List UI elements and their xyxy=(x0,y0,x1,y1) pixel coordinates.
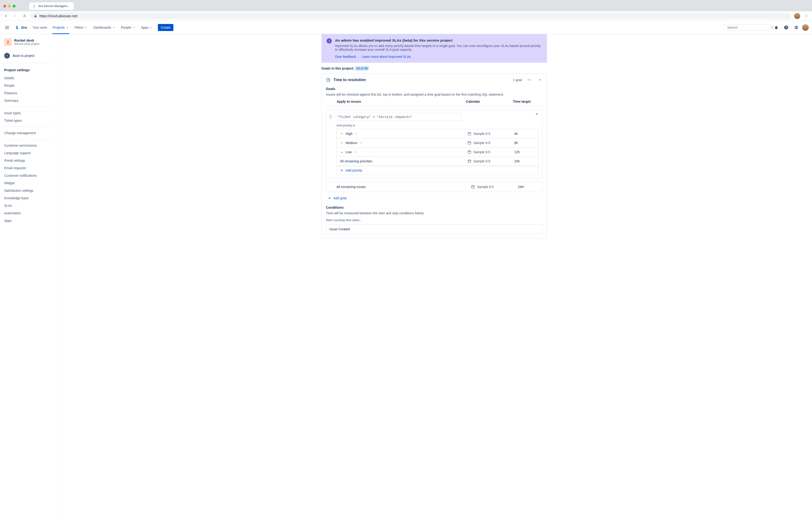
time-target[interactable]: 24H xyxy=(518,185,539,189)
priority-select[interactable]: High xyxy=(340,132,467,136)
time-target[interactable]: 4h xyxy=(514,132,535,136)
help-icon[interactable]: ? xyxy=(782,24,790,31)
notifications-icon[interactable] xyxy=(772,24,780,31)
search-input[interactable]: / xyxy=(723,24,770,31)
forward-icon xyxy=(12,13,18,19)
nav-projects[interactable]: Projects xyxy=(50,21,71,34)
col-apply-label: Apply to issues xyxy=(337,100,466,103)
collapse-icon[interactable] xyxy=(537,77,542,83)
window-close-icon[interactable] xyxy=(3,5,6,7)
svg-rect-5 xyxy=(8,26,9,27)
sidebar-group-2: Issue types Ticket types xyxy=(2,109,54,124)
priority-select[interactable]: Medium xyxy=(340,141,467,145)
nav-people[interactable]: People xyxy=(119,21,138,34)
time-target[interactable]: 8h xyxy=(514,141,535,145)
calendar-icon xyxy=(467,141,472,145)
sidebar-item[interactable]: Change management xyxy=(2,129,54,137)
calendar-select[interactable]: Sample 9-5 xyxy=(467,150,514,154)
remove-goal-icon[interactable] xyxy=(535,112,539,116)
time-target[interactable]: 24h xyxy=(514,159,535,163)
window-min-icon[interactable] xyxy=(8,5,11,7)
sidebar-item[interactable]: Details xyxy=(2,74,54,82)
learn-more-link[interactable]: Learn more about improved SLAs xyxy=(362,55,411,59)
sidebar-item[interactable]: Portal settings xyxy=(2,157,54,164)
sidebar-item[interactable]: Language support xyxy=(2,149,54,157)
browser-profile-avatar[interactable] xyxy=(794,13,800,19)
sidebar-item[interactable]: Customer notifications xyxy=(2,172,54,179)
settings-icon[interactable] xyxy=(792,24,800,31)
plus-icon xyxy=(328,196,332,200)
give-feedback-link[interactable]: Give feedback xyxy=(335,55,356,59)
calendar-select[interactable]: Sample 9-5 xyxy=(467,141,514,145)
goals-description: Issues will be checked against this list… xyxy=(326,93,542,96)
window-max-icon[interactable] xyxy=(13,5,16,7)
sidebar-item[interactable]: Email requests xyxy=(2,164,54,172)
sidebar-item[interactable]: Apps xyxy=(2,217,54,224)
nav-filters[interactable]: Filters xyxy=(72,21,90,34)
svg-rect-4 xyxy=(7,26,7,27)
back-to-project-button[interactable]: Back to project xyxy=(2,50,54,61)
sidebar-item[interactable]: Widget xyxy=(2,179,54,187)
calendar-select[interactable]: Sample 9-5 xyxy=(467,159,514,163)
calendar-icon xyxy=(467,159,472,163)
goals-count: Goals in this project: 18 of 90 xyxy=(321,66,547,70)
sidebar-item[interactable]: Knowledge base xyxy=(2,194,54,202)
sidebar-group-4: Customer permissions Language support Po… xyxy=(2,142,54,224)
browser-tab[interactable]: Jira Service Managem... xyxy=(29,2,74,10)
sidebar-group-1: Details People Features Summary xyxy=(2,74,54,104)
svg-rect-28 xyxy=(341,143,343,144)
create-button[interactable]: Create xyxy=(158,24,173,31)
svg-rect-26 xyxy=(468,133,471,135)
app-switcher-icon[interactable] xyxy=(3,24,11,31)
sidebar-item[interactable]: People xyxy=(2,82,54,89)
back-icon[interactable] xyxy=(2,13,9,19)
add-goal-button[interactable]: Add goal xyxy=(326,195,542,201)
sidebar-item[interactable]: Issue types xyxy=(2,109,54,117)
calendar-icon xyxy=(467,150,472,154)
sidebar-item[interactable]: Features xyxy=(2,89,54,97)
nav-apps[interactable]: Apps xyxy=(139,21,155,34)
banner-body: Improved SLAs allows you to add many pri… xyxy=(335,44,542,51)
main-content: i An admin has enabled improved SLAs (be… xyxy=(56,34,812,522)
jira-logo[interactable]: Jira xyxy=(12,25,29,30)
user-avatar[interactable] xyxy=(802,24,809,31)
priority-select[interactable]: Low xyxy=(340,150,467,154)
svg-point-21 xyxy=(331,115,332,116)
svg-rect-11 xyxy=(8,28,9,29)
calendar-select[interactable]: Sample 9-5 xyxy=(467,132,514,136)
drag-handle-icon[interactable] xyxy=(330,113,332,118)
priority-low-icon xyxy=(340,150,344,154)
more-actions-icon[interactable] xyxy=(526,77,532,83)
jira-wordmark: Jira xyxy=(21,25,27,29)
address-bar[interactable]: https://cloud.atlassian.net/ xyxy=(31,13,791,19)
url-text: https://cloud.atlassian.net/ xyxy=(40,14,78,18)
time-target[interactable]: 12h xyxy=(514,150,535,154)
nav-dashboards[interactable]: Dashboards xyxy=(91,21,118,34)
priority-label: And priority is xyxy=(336,124,539,127)
add-priority-button[interactable]: Add priority xyxy=(337,166,539,175)
conditions-heading: Conditions xyxy=(326,206,542,209)
browser-menu-icon[interactable] xyxy=(803,14,810,18)
sidebar-item[interactable]: Automation xyxy=(2,209,54,217)
jql-input[interactable]: "Ticket category" = "Service requests" xyxy=(335,113,461,121)
start-condition-value[interactable]: Issue Created xyxy=(326,224,542,234)
svg-point-24 xyxy=(330,118,330,118)
chevron-down-icon xyxy=(354,150,357,154)
calendar-select[interactable]: Sample 9-5 xyxy=(471,185,518,189)
sidebar-item[interactable]: Customer permissions xyxy=(2,142,54,149)
sidebar-item[interactable]: Ticket types xyxy=(2,117,54,124)
banner-title: An admin has enabled improved SLAs (beta… xyxy=(335,38,542,43)
sidebar-heading: Project settings xyxy=(2,66,54,74)
sidebar-item[interactable]: SLAs xyxy=(2,202,54,209)
nav-your-work[interactable]: Your work xyxy=(30,21,49,34)
sidebar-group-3: Change management xyxy=(2,129,54,137)
reload-icon[interactable] xyxy=(21,13,28,19)
svg-rect-31 xyxy=(468,160,471,163)
jira-logo-icon xyxy=(14,25,19,30)
priority-remaining-label: All remaining priorities xyxy=(340,159,467,163)
svg-point-1 xyxy=(806,16,807,16)
sidebar-item[interactable]: Satisfaction settings xyxy=(2,187,54,194)
sidebar-item[interactable]: Summary xyxy=(2,97,54,104)
goal-rule: "Ticket category" = "Service requests" A… xyxy=(326,109,542,178)
svg-rect-32 xyxy=(472,186,474,188)
